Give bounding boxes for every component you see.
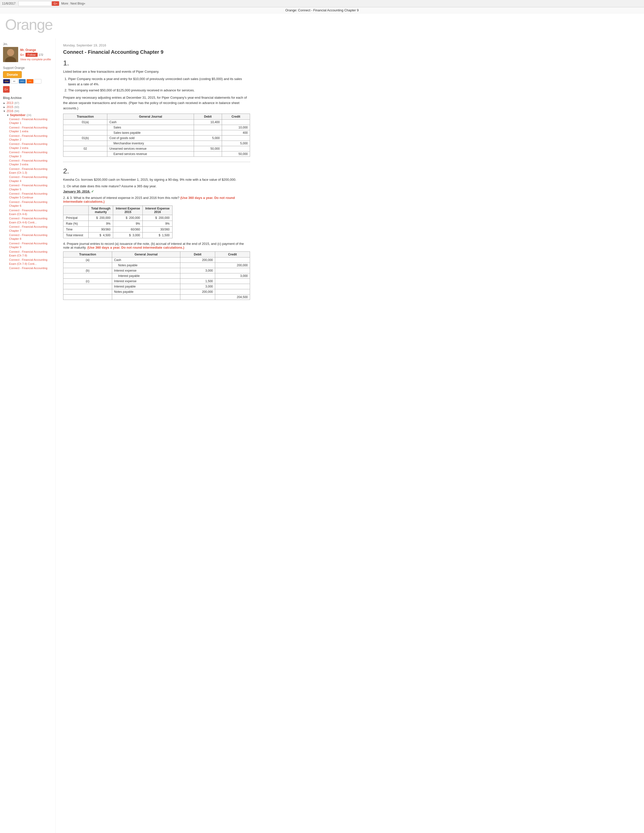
- month-count: (24): [27, 114, 32, 117]
- search-input[interactable]: [18, 1, 51, 6]
- table-row: (b) Interest expense 3,000: [63, 268, 250, 273]
- th-credit: Credit: [222, 114, 250, 119]
- interest-table: Total throughmaturity Interest Expense20…: [63, 206, 172, 238]
- table-row: Total interest $ 4,500 $ 3,000 $ 1,500: [63, 233, 172, 238]
- table-row: Interest payable 3,000: [63, 284, 250, 289]
- account-cell: Earned services revenue: [107, 151, 194, 156]
- question-2-num: 2.: [63, 167, 250, 175]
- discover-icon: DISC: [27, 79, 34, 84]
- follow-count: 172: [39, 53, 43, 56]
- interest-val: $ 200,000: [113, 215, 143, 221]
- txn-cell: [63, 273, 112, 279]
- view-profile-link[interactable]: View my complete profile: [20, 58, 51, 61]
- gplus-button[interactable]: G+: [52, 1, 59, 6]
- account-cell: Unearned services revenue: [107, 146, 194, 151]
- archive-link-16[interactable]: Connect - Financial Accounting Exam (Ch …: [9, 250, 52, 258]
- th-debit: Debit: [194, 114, 222, 119]
- svg-point-1: [7, 49, 14, 56]
- archive-link-14[interactable]: Connect - Financial Accounting Chapter 8: [9, 233, 52, 241]
- archive-link-8[interactable]: Connect - Financial Accounting Chapter 5: [9, 183, 52, 191]
- table-row: 02 Unearned services revenue 50,000: [63, 146, 250, 151]
- archive-link-18[interactable]: Connect - Financial Accounting: [9, 266, 52, 270]
- credit-cell: [215, 284, 250, 289]
- archive-link-13[interactable]: Connect - Financial Accounting Chapter 7: [9, 225, 52, 233]
- archive-link-9[interactable]: Connect - Financial Accounting Chapter 5…: [9, 192, 52, 199]
- interest-val: $ 4,500: [89, 233, 113, 238]
- archive-link-17[interactable]: Connect - Financial Accounting Exam (Ch …: [9, 258, 52, 266]
- main-content: Monday, September 19, 2016 Connect - Fin…: [56, 39, 258, 833]
- avatar: [3, 47, 18, 62]
- table-row: (a) Cash 200,000: [63, 257, 250, 263]
- interest-val: $ 200,000: [143, 215, 172, 221]
- year-link-2016[interactable]: 2016: [6, 109, 13, 113]
- debit-cell: [180, 263, 215, 268]
- more-link[interactable]: More: [61, 2, 68, 5]
- count-2015: (60): [14, 106, 19, 109]
- archive-link-0[interactable]: Connect - Financial Accounting Chapter 1: [9, 117, 52, 125]
- next-blog-link[interactable]: Next Blog»: [71, 2, 85, 5]
- follow-button[interactable]: Follow: [26, 53, 38, 57]
- archive-link-2[interactable]: Connect - Financial Accounting Chapter 2: [9, 134, 52, 142]
- interest-val: 9%: [89, 221, 113, 227]
- credit-cell: 5,000: [222, 141, 250, 146]
- archive-link-15[interactable]: Connect - Financial Accounting Chapter 9: [9, 241, 52, 249]
- archive-year-2016[interactable]: ▼ 2016 (94): [3, 109, 52, 113]
- interest-val: $ 3,000: [113, 233, 143, 238]
- interest-val: 9%: [113, 221, 143, 227]
- archive-link-3[interactable]: Connect - Financial Accounting Chapter 2…: [9, 142, 52, 150]
- archive-links: Connect - Financial Accounting Chapter 1…: [3, 117, 52, 270]
- interest-label: Time: [63, 227, 89, 233]
- archive-link-6[interactable]: Connect - Financial Accounting Exam (Ch …: [9, 167, 52, 175]
- q2-q1: 1. On what date does this note mature? A…: [63, 184, 250, 188]
- table-row: (c) Interest expense 1,500: [63, 279, 250, 284]
- q1-list: Piper Company records a year-end entry f…: [68, 77, 250, 93]
- archive-link-11[interactable]: Connect - Financial Accounting Exam (Ch …: [9, 209, 52, 216]
- card-icons: VISA MC AMEX DISC: [3, 79, 52, 84]
- mastercard-icon: MC: [11, 79, 18, 84]
- year-link-2015[interactable]: 2015: [6, 105, 13, 109]
- archive-month-september[interactable]: ▼ September (24): [3, 113, 52, 117]
- txn-cell: [63, 151, 107, 156]
- archive-link-7[interactable]: Connect - Financial Accounting Chapter 4: [9, 175, 52, 183]
- txn-cell: (c): [63, 279, 112, 284]
- archive-link-10[interactable]: Connect - Financial Accounting Chapter 6: [9, 200, 52, 208]
- credit-cell: [215, 289, 250, 294]
- table-row: Merchandise inventory 5,000: [63, 141, 250, 146]
- donate-button[interactable]: Donate: [3, 71, 22, 78]
- archive-link-4[interactable]: Connect - Financial Accounting Chapter 3: [9, 150, 52, 158]
- archive-link-12[interactable]: Connect - Financial Accounting Exam (Ch …: [9, 217, 52, 224]
- archive-year-2015[interactable]: ► 2015 (60): [3, 105, 52, 109]
- q2-q2-text: 2. & 3. What is the amount of interest e…: [63, 196, 179, 199]
- th-int2015: Interest Expense2015: [113, 206, 143, 215]
- account-cell: Interest payable: [112, 284, 180, 289]
- th-transaction: Transaction: [63, 114, 107, 119]
- author-name[interactable]: Mr. Orange: [20, 48, 51, 52]
- interest-val: 90/360: [89, 227, 113, 233]
- archive-title: Blog Archive: [3, 96, 52, 100]
- count-2016: (94): [14, 109, 19, 113]
- account-cell: Sales: [107, 125, 194, 130]
- month-label[interactable]: September: [10, 113, 26, 117]
- archive-link-5[interactable]: Connect - Financial Accounting Chapter 3…: [9, 159, 52, 167]
- year-link-2013[interactable]: 2013: [6, 101, 13, 105]
- txn-cell: [63, 294, 112, 300]
- blog-logo: Orange: [5, 16, 639, 33]
- count-2013: (87): [14, 101, 19, 105]
- credit-cell: 204,500: [215, 294, 250, 300]
- gplus-small: G+: [20, 53, 24, 56]
- q1-intro: Listed below are a few transactions and …: [63, 69, 250, 74]
- archive-year-2013[interactable]: ► 2013 (87): [3, 101, 52, 105]
- debit-cell: [194, 141, 222, 146]
- credit-cell: [222, 146, 250, 151]
- amex-icon: AMEX: [19, 79, 26, 84]
- credit-cell: 200,000: [215, 263, 250, 268]
- archive-link-1[interactable]: Connect - Financial Accounting Chapter 1…: [9, 126, 52, 133]
- debit-cell: [194, 125, 222, 130]
- page-title: Orange: Connect - Financial Accounting C…: [285, 8, 359, 12]
- th-int2016: Interest Expense2016: [143, 206, 172, 215]
- gplus-icon[interactable]: G+: [3, 86, 10, 93]
- debit-cell: 1,500: [180, 279, 215, 284]
- table-row: Earned services revenue 50,000: [63, 151, 250, 156]
- th-transaction: Transaction: [63, 252, 112, 257]
- main-layout: Jm. Mr. Orange G+ Follow 172 View my com…: [0, 39, 644, 833]
